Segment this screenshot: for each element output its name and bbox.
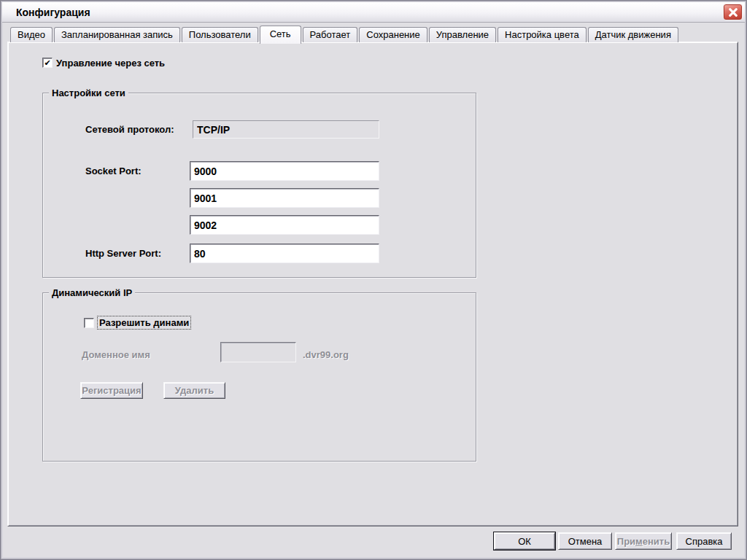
domain-name-label: Доменное имя bbox=[82, 349, 150, 360]
ok-button[interactable]: ОК bbox=[494, 532, 555, 550]
window-title: Конфигурация bbox=[16, 7, 90, 18]
protocol-field bbox=[193, 120, 379, 139]
tab-motion-sensor[interactable]: Датчик движения bbox=[588, 27, 678, 42]
network-settings-group-title: Настройки сети bbox=[49, 88, 128, 98]
tab-working[interactable]: Работает bbox=[303, 27, 358, 42]
delete-button: Удалить bbox=[163, 382, 225, 399]
title-bar: Конфигурация bbox=[2, 2, 745, 23]
socket-port-2-input[interactable] bbox=[190, 188, 379, 208]
tab-users[interactable]: Пользователи bbox=[182, 27, 258, 42]
close-icon bbox=[728, 7, 738, 17]
socket-port-1-input[interactable] bbox=[190, 161, 379, 181]
domain-suffix-label: .dvr99.org bbox=[303, 349, 349, 360]
help-button[interactable]: Справка bbox=[676, 532, 732, 550]
tab-scheduled-recording[interactable]: Запланированная запись bbox=[54, 27, 180, 42]
socket-port-3-input[interactable] bbox=[190, 215, 379, 235]
configuration-dialog: Конфигурация Видео Запланированная запис… bbox=[0, 0, 747, 560]
close-button[interactable] bbox=[723, 4, 743, 20]
network-tab-page: ✔ Управление через сеть Настройки сети С… bbox=[7, 42, 738, 526]
http-port-label: Http Server Port: bbox=[85, 248, 161, 259]
tab-network[interactable]: Сеть bbox=[260, 26, 301, 44]
apply-label-pre: При bbox=[617, 536, 635, 547]
enable-dynamic-checkbox-label[interactable]: Разрешить динами bbox=[98, 316, 190, 329]
apply-button: Применить bbox=[615, 532, 672, 550]
domain-name-input bbox=[220, 342, 296, 362]
checkmark-icon: ✔ bbox=[44, 58, 50, 68]
socket-port-label: Socket Port: bbox=[85, 166, 142, 176]
tab-color-settings[interactable]: Настройка цвета bbox=[498, 27, 587, 42]
protocol-label: Сетевой протокол: bbox=[85, 124, 174, 135]
network-control-checkbox-label[interactable]: Управление через сеть bbox=[56, 58, 165, 69]
tab-management[interactable]: Управление bbox=[429, 27, 496, 42]
tab-video[interactable]: Видео bbox=[10, 27, 53, 42]
dynamic-ip-group: Динамический IP Разрешить динами Доменно… bbox=[42, 292, 476, 462]
tab-saving[interactable]: Сохранение bbox=[359, 27, 427, 42]
dynamic-ip-group-title: Динамический IP bbox=[49, 287, 135, 298]
tab-strip: Видео Запланированная запись Пользовател… bbox=[10, 26, 680, 42]
apply-label-post: енить bbox=[643, 536, 670, 547]
network-control-checkbox[interactable]: ✔ bbox=[42, 58, 53, 68]
enable-dynamic-checkbox[interactable] bbox=[84, 318, 94, 328]
cancel-button[interactable]: Отмена bbox=[558, 532, 612, 550]
network-settings-group: Настройки сети Сетевой протокол: Socket … bbox=[42, 93, 476, 278]
http-port-input[interactable] bbox=[190, 244, 379, 263]
register-button: Регистрация bbox=[80, 382, 143, 399]
apply-label-mnemonic: м bbox=[635, 536, 643, 547]
